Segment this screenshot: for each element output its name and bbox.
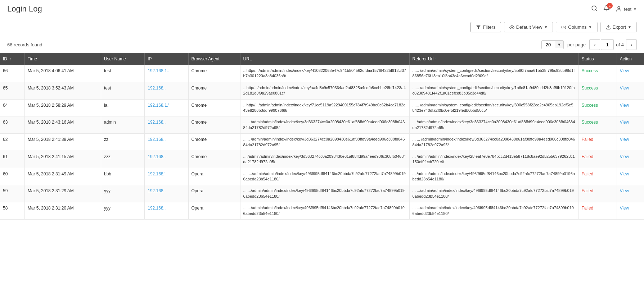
records-bar: 66 records found 20 ▼ per page ‹ 1 of 4 … — [0, 36, 644, 53]
cell-referer: ..../admin/admin/index/index/key/496f995… — [409, 168, 578, 185]
table-row: 58 Mar 5, 2018 2:31:20 AM yyy 192.168.. … — [0, 202, 644, 220]
columns-label: Columns — [568, 24, 586, 30]
notification-icon-btn[interactable]: 1 — [603, 5, 610, 13]
cell-id: 64 — [0, 99, 24, 116]
export-button[interactable]: Export ▼ — [600, 22, 637, 32]
cell-action[interactable]: View — [617, 202, 644, 220]
cell-action[interactable]: View — [617, 82, 644, 99]
cell-action[interactable]: View — [617, 116, 644, 134]
view-link[interactable]: View — [620, 188, 629, 193]
table-row: 65 Mar 5, 2018 3:52:43 AM test 192.168..… — [0, 82, 644, 99]
col-header-status[interactable]: Status — [578, 53, 617, 65]
per-page-dropdown-arrow[interactable]: ▼ — [555, 41, 563, 48]
col-header-browser[interactable]: Browser Agent — [188, 53, 240, 65]
notification-badge: 1 — [607, 3, 613, 9]
col-header-ip[interactable]: IP — [145, 53, 188, 65]
cell-time: Mar 5, 2018 2:31:29 AM — [24, 185, 101, 202]
default-view-arrow: ▼ — [544, 25, 548, 29]
cell-ip[interactable]: 192.168.. — [145, 185, 188, 202]
columns-button[interactable]: Columns ▼ — [556, 22, 597, 32]
data-table: ID ↑ Time User Name IP Browser Agent URL… — [0, 53, 644, 220]
cell-ip[interactable]: 192.168.. — [145, 82, 188, 99]
cell-ip[interactable]: 192.168.1.' — [145, 99, 188, 116]
table-row: 63 Mar 5, 2018 2:43:16 AM admin 192.168.… — [0, 116, 644, 134]
cell-url: ... .../admin/admin/index/index/key/496f… — [240, 185, 409, 202]
cell-url: ... /admin/admin/index/index/key/3d36327… — [240, 151, 409, 168]
cell-time: Mar 5, 2018 2:31:20 AM — [24, 202, 101, 220]
cell-status: Failed — [578, 168, 617, 185]
view-link[interactable]: View — [620, 68, 629, 73]
view-link[interactable]: View — [620, 137, 629, 142]
cell-url: ...http/.../admin/admin/index/index/key/… — [240, 82, 409, 99]
cell-referer: ... ... /admin/admin/index/index/key/3d3… — [409, 134, 578, 151]
table-row: 64 Mar 5, 2018 2:58:29 AM la. 192.168.1.… — [0, 99, 644, 116]
cell-username: zzz — [101, 151, 144, 168]
cell-username: yyy — [101, 185, 144, 202]
view-link[interactable]: View — [620, 154, 629, 159]
cell-referer: ... .../admin/admin/index/index/key/496f… — [409, 202, 578, 220]
view-link[interactable]: View — [620, 86, 629, 91]
svg-point-5 — [563, 27, 565, 28]
cell-id: 59 — [0, 185, 24, 202]
view-link[interactable]: View — [620, 103, 629, 108]
cell-username: yyy — [101, 202, 144, 220]
cell-ip[interactable]: 192.168.. — [145, 134, 188, 151]
default-view-button[interactable]: Default View ▼ — [504, 22, 553, 32]
col-header-url[interactable]: URL — [240, 53, 409, 65]
table-row: 61 Mar 5, 2018 2:41:15 AM zzz 192.168.. … — [0, 151, 644, 168]
filters-button[interactable]: Filters — [470, 22, 501, 32]
cell-url: ...... /admin/admin/index/index/key/3d36… — [240, 134, 409, 151]
cell-browser: Opera — [188, 202, 240, 220]
next-page-button[interactable]: › — [626, 39, 637, 50]
cell-browser: Opera — [188, 185, 240, 202]
cell-ip[interactable]: 192.168.. — [145, 202, 188, 220]
cell-username: bbb — [101, 168, 144, 185]
col-header-action: Action — [617, 53, 644, 65]
cell-url: ...http//.../admin/admin/index/index/key… — [240, 65, 409, 82]
cell-status: Success — [578, 99, 617, 116]
table-row: 62 Mar 5, 2018 2:41:38 AM zz 192.168.. C… — [0, 134, 644, 151]
search-icon-btn[interactable] — [591, 5, 598, 13]
cell-action[interactable]: View — [617, 65, 644, 82]
top-header: Login Log 1 test ▼ — [0, 0, 644, 18]
user-dropdown-arrow[interactable]: ▼ — [633, 7, 637, 11]
cell-ip[interactable]: 192.168.1.. — [145, 65, 188, 82]
col-header-time[interactable]: Time — [24, 53, 101, 65]
view-link[interactable]: View — [620, 171, 629, 176]
cell-browser: Chrome — [188, 99, 240, 116]
cell-browser: Chrome — [188, 151, 240, 168]
cell-action[interactable]: View — [617, 185, 644, 202]
cell-time: Mar 5, 2018 2:41:15 AM — [24, 151, 101, 168]
cell-referer: ...... /admin/admin/system_config/edit/s… — [409, 99, 578, 116]
user-menu[interactable]: test ▼ — [616, 6, 637, 12]
cell-referer: ...... /admin/admin/system_config/edit/s… — [409, 82, 578, 99]
cell-ip[interactable]: 192.168.. — [145, 116, 188, 134]
cell-time: Mar 5, 2018 2:41:38 AM — [24, 134, 101, 151]
cell-action[interactable]: View — [617, 151, 644, 168]
col-header-referer[interactable]: Referer Url↑ — [409, 53, 578, 65]
cell-referer: ... /admin/admin/index/index/key/28feaf7… — [409, 151, 578, 168]
per-page-input[interactable]: 20 — [542, 41, 555, 49]
cell-status: Failed — [578, 134, 617, 151]
cell-action[interactable]: View — [617, 134, 644, 151]
cell-action[interactable]: View — [617, 168, 644, 185]
cell-url: ... .../admin/admin/index/index/key/496f… — [240, 202, 409, 220]
filters-label: Filters — [483, 24, 495, 30]
prev-page-button[interactable]: ‹ — [589, 39, 600, 50]
view-link[interactable]: View — [620, 206, 629, 211]
cell-action[interactable]: View — [617, 99, 644, 116]
table-header-row: ID ↑ Time User Name IP Browser Agent URL… — [0, 53, 644, 65]
current-page-input[interactable]: 1 — [601, 39, 614, 50]
columns-arrow: ▼ — [589, 25, 592, 29]
cell-browser: Chrome — [188, 134, 240, 151]
export-label: Export — [613, 24, 626, 30]
cell-id: 66 — [0, 65, 24, 82]
cell-ip[interactable]: 192.168.. — [145, 151, 188, 168]
per-page-select[interactable]: 20 ▼ — [541, 40, 564, 49]
view-link[interactable]: View — [620, 120, 629, 125]
cell-url: ..., .../admin/admin/index/index/key/496… — [240, 168, 409, 185]
col-header-id[interactable]: ID ↑ — [0, 53, 24, 65]
cell-ip[interactable]: 192.168.' — [145, 168, 188, 185]
cell-username: test — [101, 65, 144, 82]
col-header-username[interactable]: User Name — [101, 53, 144, 65]
